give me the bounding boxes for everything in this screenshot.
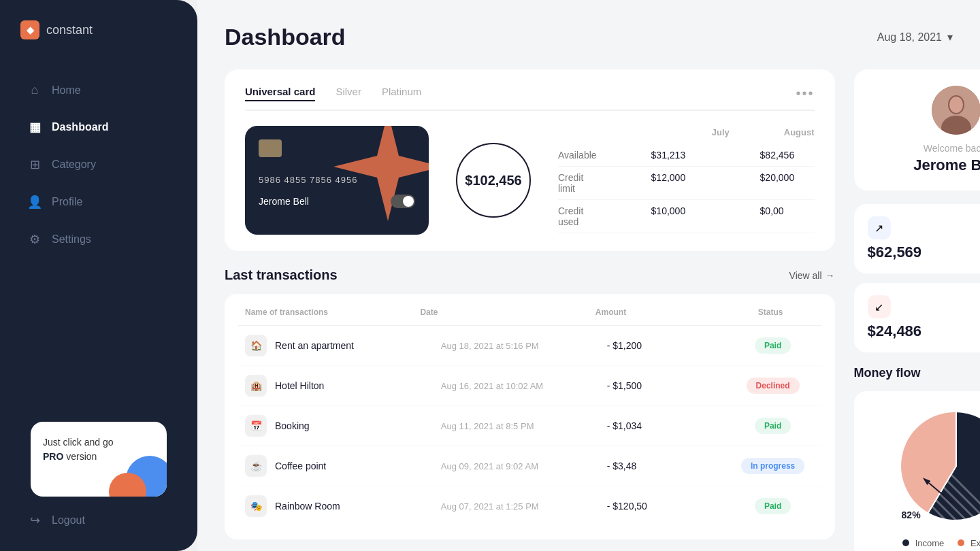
date-selector[interactable]: Aug 18, 2021 ▾ (877, 31, 953, 44)
status-badge: Paid (755, 337, 791, 354)
transactions-list: 🏠 Rent an apartment Aug 18, 2021 at 5:16… (238, 326, 821, 526)
card-tabs-left: Universal card Silver Platinum (245, 86, 421, 101)
sidebar-label-logout: Logout (52, 514, 85, 527)
money-flow-title: Money flow (854, 366, 921, 380)
transaction-icon: 📅 (245, 415, 267, 437)
card-holder-name: Jerome Bell (259, 196, 309, 207)
stats-col-july: July (712, 127, 730, 137)
legend-expenses: Expenses (958, 538, 980, 548)
sidebar-item-dashboard[interactable]: ▦ Dashboard (14, 110, 184, 144)
transaction-amount: - $120,50 (607, 501, 732, 512)
transaction-status: Declined (732, 378, 815, 394)
transaction-name: Rent an apartment (275, 340, 441, 351)
table-row: 📅 Booking Aug 11, 2021 at 8:5 PM - $1,03… (238, 406, 821, 446)
stats-header: July August (558, 127, 815, 137)
svg-line-19 (895, 520, 980, 527)
income-card: ↗ Income $62,569 ••• View details Share … (854, 204, 980, 273)
stats-row-credit-limit: Credit limit $12,000 $20,000 (558, 167, 815, 200)
logout-icon: ↪ (27, 513, 42, 528)
welcome-text: Welcome back, (924, 143, 980, 154)
svg-rect-4 (259, 150, 282, 152)
page-title: Dashboard (225, 24, 346, 50)
transactions-panel: Last transactions View all → Name of tra… (225, 267, 835, 539)
transaction-icon: 🏠 (245, 335, 267, 356)
nav-menu: ⌂ Home ▦ Dashboard ⊞ Category 👤 Profile … (0, 73, 197, 256)
table-row: ☕ Coffee point Aug 09, 2021 at 9:02 AM -… (238, 446, 821, 486)
transaction-amount: - $1,034 (607, 420, 732, 431)
sidebar-item-profile[interactable]: 👤 Profile (14, 185, 184, 219)
sidebar-label-settings: Settings (52, 233, 91, 246)
transactions-header: Last transactions View all → (225, 267, 835, 283)
stats-row-credit-used: Credit used $10,000 $0,00 (558, 200, 815, 233)
card-tabs: Universal card Silver Platinum ••• (245, 86, 815, 111)
user-name: Jerome Bell (913, 156, 980, 174)
home-icon: ⌂ (27, 83, 42, 97)
expenses-card: ↙ Expenses $24,486 (854, 283, 980, 352)
expenses-amount: $24,486 (868, 322, 980, 340)
tab-silver[interactable]: Silver (336, 86, 361, 101)
sidebar-label-home: Home (52, 84, 81, 97)
income-card-header: ↗ Income (868, 216, 980, 239)
transaction-name: Booking (275, 420, 441, 431)
status-badge: Declined (747, 378, 800, 394)
sidebar-label-dashboard: Dashboard (52, 121, 109, 133)
tab-platinum[interactable]: Platinum (382, 86, 421, 101)
right-panel: Welcome back, Jerome Bell ↗ Income $62,5… (854, 69, 980, 551)
status-badge: Paid (755, 498, 791, 514)
stats-col-august: August (784, 127, 815, 137)
pro-card-text: Just click and go PRO version (43, 435, 154, 464)
sidebar-label-category: Category (52, 158, 96, 171)
svg-point-8 (949, 97, 963, 113)
logo: ◆ constant (0, 20, 93, 39)
legend-income: Income (902, 538, 944, 548)
transactions-title: Last transactions (225, 267, 338, 283)
sidebar-item-home[interactable]: ⌂ Home (14, 73, 184, 107)
expenses-card-header: ↙ Expenses (868, 295, 980, 318)
profile-icon: 👤 (27, 195, 42, 210)
transaction-amount: - $1,200 (607, 340, 732, 351)
card-stats: July August Available $31,213 $82,456 Cr… (558, 127, 815, 233)
card-toggle[interactable] (391, 195, 415, 208)
logo-text: constant (46, 23, 93, 37)
svg-rect-3 (259, 145, 282, 146)
table-row: 🏠 Rent an apartment Aug 18, 2021 at 5:16… (238, 326, 821, 366)
transaction-amount: - $1,500 (607, 380, 732, 391)
credit-card: 5986 4855 7856 4956 Jerome Bell (245, 126, 429, 235)
main-content: Dashboard Aug 18, 2021 ▾ Universal card … (197, 0, 980, 551)
transaction-name: Rainbow Room (275, 501, 441, 512)
tab-universal-card[interactable]: Universal card (245, 86, 315, 101)
pie-legend: Income Expenses (902, 538, 980, 548)
pie-label-income: 82% (902, 510, 921, 520)
transaction-date: Aug 16, 2021 at 10:02 AM (441, 381, 607, 391)
transaction-icon: 🎭 (245, 495, 267, 517)
legend-dot-expenses (958, 539, 964, 546)
settings-icon: ⚙ (27, 232, 42, 247)
status-badge: In progress (741, 458, 804, 474)
legend-dot-income (902, 539, 909, 546)
card-content: 5986 4855 7856 4956 Jerome Bell $102,456 (245, 126, 815, 235)
card-section: Universal card Silver Platinum ••• (225, 69, 835, 251)
sidebar-item-settings[interactable]: ⚙ Settings (14, 222, 184, 256)
table-header: Name of transactions Date Amount Status (238, 307, 821, 326)
table-row: 🏨 Hotel Hilton Aug 16, 2021 at 10:02 AM … (238, 366, 821, 406)
svg-rect-0 (259, 139, 282, 157)
income-icon: ↗ (868, 216, 891, 239)
card-more-button[interactable]: ••• (796, 86, 815, 101)
transaction-date: Aug 11, 2021 at 8:5 PM (441, 421, 607, 431)
pie-chart: 82% 18% (895, 405, 980, 527)
sidebar-item-category[interactable]: ⊞ Category (14, 148, 184, 182)
transaction-date: Aug 09, 2021 at 9:02 AM (441, 461, 607, 471)
pro-upgrade-card[interactable]: Just click and go PRO version (31, 422, 167, 497)
view-all-button[interactable]: View all → (789, 270, 835, 281)
stats-row-available: Available $31,213 $82,456 (558, 144, 815, 167)
logo-icon: ◆ (20, 20, 39, 39)
avatar (932, 86, 980, 135)
dashboard-icon: ▦ (27, 120, 42, 135)
money-flow-card: 82% 18% Income Expenses (854, 391, 980, 551)
sidebar-item-logout[interactable]: ↪ Logout (0, 503, 197, 537)
category-icon: ⊞ (27, 157, 42, 172)
sidebar: ◆ constant ⌂ Home ▦ Dashboard ⊞ Category… (0, 0, 197, 551)
transaction-date: Aug 18, 2021 at 5:16 PM (441, 341, 607, 351)
sidebar-label-profile: Profile (52, 196, 82, 208)
transaction-status: Paid (732, 498, 815, 514)
